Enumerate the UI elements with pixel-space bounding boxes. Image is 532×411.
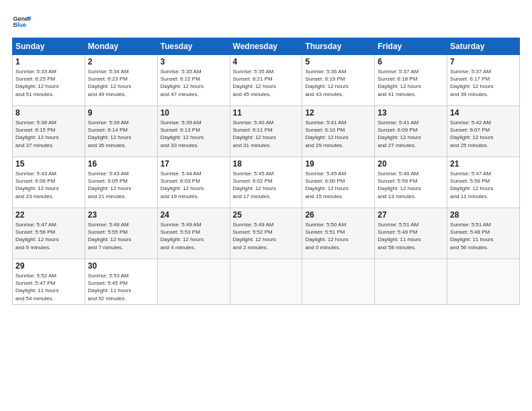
day-number: 14 bbox=[450, 108, 517, 118]
day-info: Sunrise: 5:43 AMSunset: 6:06 PMDaylight:… bbox=[15, 170, 82, 200]
calendar-day-22: 22Sunrise: 5:47 AMSunset: 5:56 PMDayligh… bbox=[13, 208, 85, 259]
day-number: 23 bbox=[88, 210, 154, 220]
day-info: Sunrise: 5:33 AMSunset: 6:25 PMDaylight:… bbox=[15, 68, 82, 98]
day-number: 9 bbox=[88, 108, 154, 118]
empty-day bbox=[302, 259, 375, 305]
day-info: Sunrise: 5:37 AMSunset: 6:18 PMDaylight:… bbox=[378, 68, 444, 98]
calendar-week-4: 22Sunrise: 5:47 AMSunset: 5:56 PMDayligh… bbox=[13, 208, 520, 259]
day-number: 16 bbox=[88, 159, 154, 169]
calendar-day-24: 24Sunrise: 5:49 AMSunset: 5:53 PMDayligh… bbox=[157, 208, 230, 259]
calendar-day-11: 11Sunrise: 5:40 AMSunset: 6:11 PMDayligh… bbox=[230, 106, 302, 157]
day-number: 3 bbox=[161, 57, 227, 66]
day-info: Sunrise: 5:34 AMSunset: 6:23 PMDaylight:… bbox=[88, 68, 154, 98]
day-number: 22 bbox=[15, 210, 82, 220]
page: General Blue SundayMondayTuesdayWednesda… bbox=[0, 0, 532, 411]
day-number: 19 bbox=[305, 159, 371, 169]
day-number: 13 bbox=[378, 108, 444, 118]
empty-day bbox=[230, 259, 302, 305]
day-info: Sunrise: 5:37 AMSunset: 6:17 PMDaylight:… bbox=[450, 68, 517, 98]
calendar-day-21: 21Sunrise: 5:47 AMSunset: 5:58 PMDayligh… bbox=[447, 157, 520, 208]
header-row: SundayMondayTuesdayWednesdayThursdayFrid… bbox=[13, 38, 520, 55]
col-header-monday: Monday bbox=[85, 38, 157, 55]
header: General Blue bbox=[12, 12, 520, 31]
calendar-day-30: 30Sunrise: 5:53 AMSunset: 5:45 PMDayligh… bbox=[85, 259, 157, 305]
calendar-day-6: 6Sunrise: 5:37 AMSunset: 6:18 PMDaylight… bbox=[375, 55, 447, 106]
calendar-day-29: 29Sunrise: 5:52 AMSunset: 5:47 PMDayligh… bbox=[13, 259, 85, 305]
day-info: Sunrise: 5:52 AMSunset: 5:47 PMDaylight:… bbox=[15, 272, 82, 302]
calendar-week-1: 1Sunrise: 5:33 AMSunset: 6:25 PMDaylight… bbox=[13, 55, 520, 106]
day-number: 10 bbox=[161, 108, 227, 118]
col-header-friday: Friday bbox=[375, 38, 447, 55]
day-info: Sunrise: 5:47 AMSunset: 5:56 PMDaylight:… bbox=[15, 221, 82, 251]
day-number: 18 bbox=[233, 159, 300, 169]
day-number: 21 bbox=[450, 159, 517, 169]
col-header-tuesday: Tuesday bbox=[157, 38, 230, 55]
day-number: 5 bbox=[305, 57, 371, 66]
day-info: Sunrise: 5:35 AMSunset: 6:22 PMDaylight:… bbox=[161, 68, 227, 98]
calendar-day-19: 19Sunrise: 5:45 AMSunset: 6:00 PMDayligh… bbox=[302, 157, 375, 208]
day-number: 12 bbox=[305, 108, 371, 118]
day-number: 30 bbox=[88, 261, 154, 271]
day-info: Sunrise: 5:38 AMSunset: 6:15 PMDaylight:… bbox=[15, 119, 82, 149]
col-header-wednesday: Wednesday bbox=[230, 38, 302, 55]
day-number: 29 bbox=[15, 261, 82, 271]
col-header-saturday: Saturday bbox=[447, 38, 520, 55]
calendar-day-25: 25Sunrise: 5:49 AMSunset: 5:52 PMDayligh… bbox=[230, 208, 302, 259]
calendar-day-9: 9Sunrise: 5:39 AMSunset: 6:14 PMDaylight… bbox=[85, 106, 157, 157]
calendar-day-2: 2Sunrise: 5:34 AMSunset: 6:23 PMDaylight… bbox=[85, 55, 157, 106]
day-number: 20 bbox=[378, 159, 444, 169]
day-number: 28 bbox=[450, 210, 517, 220]
calendar-week-2: 8Sunrise: 5:38 AMSunset: 6:15 PMDaylight… bbox=[13, 106, 520, 157]
calendar-day-12: 12Sunrise: 5:41 AMSunset: 6:10 PMDayligh… bbox=[302, 106, 375, 157]
day-info: Sunrise: 5:40 AMSunset: 6:11 PMDaylight:… bbox=[233, 119, 300, 149]
logo: General Blue bbox=[12, 12, 31, 31]
calendar-day-16: 16Sunrise: 5:43 AMSunset: 6:05 PMDayligh… bbox=[85, 157, 157, 208]
day-info: Sunrise: 5:35 AMSunset: 6:21 PMDaylight:… bbox=[233, 68, 300, 98]
calendar-day-1: 1Sunrise: 5:33 AMSunset: 6:25 PMDaylight… bbox=[13, 55, 85, 106]
day-number: 11 bbox=[233, 108, 300, 118]
day-info: Sunrise: 5:50 AMSunset: 5:51 PMDaylight:… bbox=[305, 221, 371, 251]
day-info: Sunrise: 5:43 AMSunset: 6:05 PMDaylight:… bbox=[88, 170, 154, 200]
calendar-day-3: 3Sunrise: 5:35 AMSunset: 6:22 PMDaylight… bbox=[157, 55, 230, 106]
day-info: Sunrise: 5:51 AMSunset: 5:48 PMDaylight:… bbox=[450, 221, 517, 251]
day-number: 6 bbox=[378, 57, 444, 66]
day-number: 2 bbox=[88, 57, 154, 66]
day-info: Sunrise: 5:45 AMSunset: 6:02 PMDaylight:… bbox=[233, 170, 300, 200]
day-number: 8 bbox=[15, 108, 82, 118]
day-info: Sunrise: 5:36 AMSunset: 6:19 PMDaylight:… bbox=[305, 68, 371, 98]
calendar-day-13: 13Sunrise: 5:41 AMSunset: 6:09 PMDayligh… bbox=[375, 106, 447, 157]
day-info: Sunrise: 5:46 AMSunset: 5:59 PMDaylight:… bbox=[378, 170, 444, 200]
calendar-day-10: 10Sunrise: 5:39 AMSunset: 6:13 PMDayligh… bbox=[157, 106, 230, 157]
col-header-thursday: Thursday bbox=[302, 38, 375, 55]
day-number: 4 bbox=[233, 57, 300, 66]
day-info: Sunrise: 5:44 AMSunset: 6:03 PMDaylight:… bbox=[161, 170, 227, 200]
day-info: Sunrise: 5:39 AMSunset: 6:14 PMDaylight:… bbox=[88, 119, 154, 149]
calendar-day-28: 28Sunrise: 5:51 AMSunset: 5:48 PMDayligh… bbox=[447, 208, 520, 259]
calendar-day-7: 7Sunrise: 5:37 AMSunset: 6:17 PMDaylight… bbox=[447, 55, 520, 106]
day-info: Sunrise: 5:42 AMSunset: 6:07 PMDaylight:… bbox=[450, 119, 517, 149]
day-number: 25 bbox=[233, 210, 300, 220]
day-number: 24 bbox=[161, 210, 227, 220]
calendar-day-23: 23Sunrise: 5:48 AMSunset: 5:55 PMDayligh… bbox=[85, 208, 157, 259]
calendar-day-17: 17Sunrise: 5:44 AMSunset: 6:03 PMDayligh… bbox=[157, 157, 230, 208]
day-number: 26 bbox=[305, 210, 371, 220]
day-info: Sunrise: 5:49 AMSunset: 5:53 PMDaylight:… bbox=[161, 221, 227, 251]
logo-icon: General Blue bbox=[12, 12, 31, 31]
day-info: Sunrise: 5:41 AMSunset: 6:09 PMDaylight:… bbox=[378, 119, 444, 149]
day-number: 7 bbox=[450, 57, 517, 66]
calendar-day-4: 4Sunrise: 5:35 AMSunset: 6:21 PMDaylight… bbox=[230, 55, 302, 106]
day-info: Sunrise: 5:48 AMSunset: 5:55 PMDaylight:… bbox=[88, 221, 154, 251]
calendar-day-26: 26Sunrise: 5:50 AMSunset: 5:51 PMDayligh… bbox=[302, 208, 375, 259]
calendar-day-27: 27Sunrise: 5:51 AMSunset: 5:49 PMDayligh… bbox=[375, 208, 447, 259]
calendar-week-3: 15Sunrise: 5:43 AMSunset: 6:06 PMDayligh… bbox=[13, 157, 520, 208]
empty-day bbox=[157, 259, 230, 305]
day-info: Sunrise: 5:47 AMSunset: 5:58 PMDaylight:… bbox=[450, 170, 517, 200]
day-info: Sunrise: 5:45 AMSunset: 6:00 PMDaylight:… bbox=[305, 170, 371, 200]
col-header-sunday: Sunday bbox=[13, 38, 85, 55]
svg-text:Blue: Blue bbox=[13, 21, 26, 28]
calendar-table: SundayMondayTuesdayWednesdayThursdayFrid… bbox=[12, 38, 520, 305]
calendar-day-8: 8Sunrise: 5:38 AMSunset: 6:15 PMDaylight… bbox=[13, 106, 85, 157]
calendar-week-5: 29Sunrise: 5:52 AMSunset: 5:47 PMDayligh… bbox=[13, 259, 520, 305]
day-info: Sunrise: 5:39 AMSunset: 6:13 PMDaylight:… bbox=[161, 119, 227, 149]
calendar-day-15: 15Sunrise: 5:43 AMSunset: 6:06 PMDayligh… bbox=[13, 157, 85, 208]
